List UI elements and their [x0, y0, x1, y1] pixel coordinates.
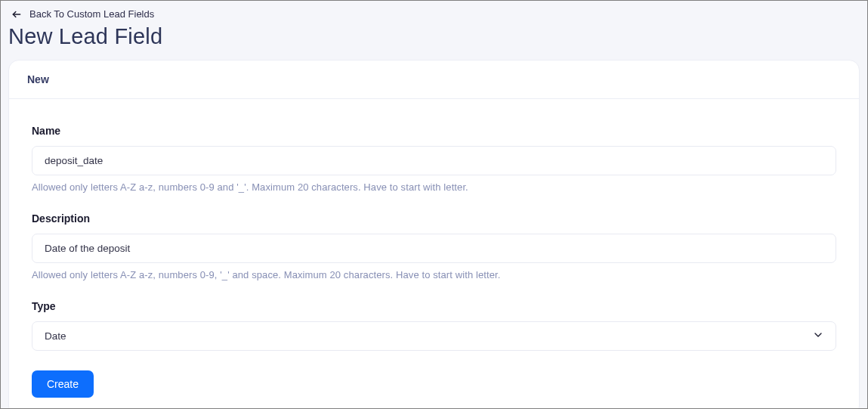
name-hint: Allowed only letters A-Z a-z, numbers 0-…: [32, 181, 836, 193]
name-label: Name: [32, 125, 836, 137]
arrow-left-icon: [11, 9, 22, 20]
card-body: Name Allowed only letters A-Z a-z, numbe…: [9, 99, 859, 409]
description-label: Description: [32, 212, 836, 225]
type-select[interactable]: Date: [32, 321, 836, 351]
description-input[interactable]: [32, 234, 836, 263]
type-group: Type Date: [32, 300, 836, 351]
back-link[interactable]: Back To Custom Lead Fields: [8, 8, 860, 23]
page-title: New Lead Field: [8, 24, 860, 49]
name-input[interactable]: [32, 146, 836, 175]
description-group: Description Allowed only letters A-Z a-z…: [32, 212, 836, 280]
description-hint: Allowed only letters A-Z a-z, numbers 0-…: [32, 269, 836, 280]
card-header: New: [9, 60, 859, 99]
create-button[interactable]: Create: [32, 370, 94, 398]
name-group: Name Allowed only letters A-Z a-z, numbe…: [32, 125, 836, 193]
back-link-label: Back To Custom Lead Fields: [29, 8, 154, 20]
card-title: New: [27, 73, 49, 85]
form-card: New Name Allowed only letters A-Z a-z, n…: [8, 60, 860, 409]
type-label: Type: [32, 300, 836, 312]
